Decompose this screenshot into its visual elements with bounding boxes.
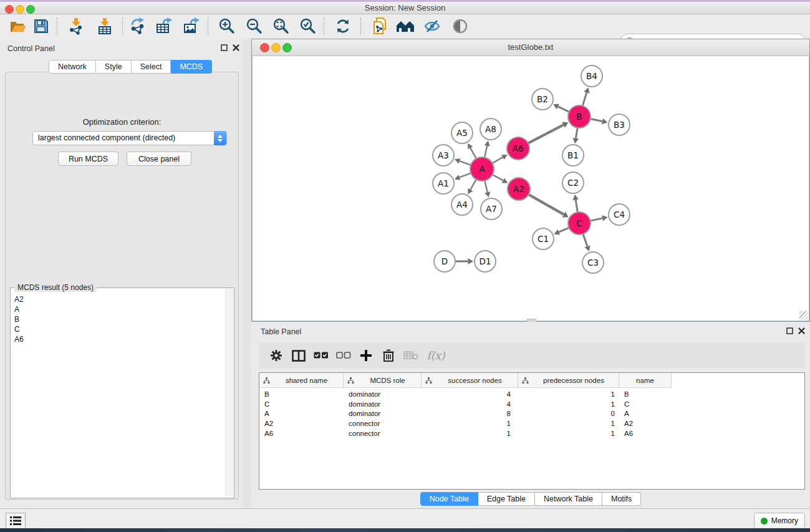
mcds-result-item[interactable]: B [14,314,24,324]
column-header-MCDS-role[interactable]: MCDS role [344,373,422,387]
edge-B-B3[interactable] [591,119,602,122]
node-label-A: A [479,164,485,174]
float-panel-icon[interactable] [221,44,228,51]
tab-network[interactable]: Network [49,60,96,74]
edge-C-C3[interactable] [583,234,587,246]
table-panel: Table Panel [251,322,810,508]
edge-B-B2[interactable] [558,107,569,112]
delete-table-icon [403,351,418,360]
import-table-button[interactable] [95,16,115,36]
function-builder-button[interactable]: f(x) [422,345,450,366]
save-session-button[interactable] [31,16,51,36]
edge-C-C1[interactable] [559,228,569,232]
network-window-titlebar[interactable]: testGlobe.txt [252,39,809,56]
edge-A-A3[interactable] [460,161,471,165]
run-mcds-button[interactable]: Run MCDS [58,152,118,166]
deselect-all-button[interactable] [332,345,355,366]
edge-A-A5[interactable] [470,148,476,158]
cell-shared_name: B [259,390,344,398]
task-history-button[interactable] [6,513,26,529]
refresh-button[interactable] [333,16,353,36]
column-header-predecessor-nodes[interactable]: predecessor nodes [518,373,619,387]
float-table-panel-icon[interactable] [786,327,793,334]
edge-A-A8[interactable] [485,146,487,158]
close-table-panel-icon[interactable] [798,327,805,334]
add-column-button[interactable] [355,345,377,366]
cell-shared_name: A [259,410,344,417]
tab-node-table[interactable]: Node Table [420,492,478,506]
split-view-button[interactable] [287,345,310,366]
cell-shared_name: A2 [259,420,344,427]
window-resize-grip[interactable] [799,311,808,320]
edge-arrow-B-B3 [602,118,607,124]
zoom-fit-button[interactable] [271,16,291,36]
column-header-shared-name[interactable]: shared name [259,373,344,387]
edge-A-A1[interactable] [460,173,471,178]
edge-A6-B[interactable] [528,125,564,143]
tab-network-table[interactable]: Network Table [535,492,602,506]
export-network-button[interactable] [128,16,148,36]
zoom-selected-button[interactable] [298,16,318,36]
edge-A2-C[interactable] [529,195,564,215]
export-table-button[interactable] [155,16,175,36]
mcds-result-list: A2ABCA6 [14,294,24,344]
column-header-name[interactable]: name [619,373,672,387]
memory-label: Memory [771,516,798,525]
edge-A-A2[interactable] [493,175,503,180]
tab-mcds[interactable]: MCDS [171,60,212,74]
cell-name: A6 [619,430,672,437]
hide-selected-button[interactable] [422,16,442,36]
table-row-A2[interactable]: A2connector11A2 [259,418,672,428]
cell-mcds_role: dominator [344,410,422,417]
mcds-result-item[interactable]: A6 [14,334,24,344]
network-canvas[interactable]: AA6A2BCA1A3A4A5A7A8B1B2B3B4C1C2C3C4DD1 [253,56,809,321]
zoom-out-button[interactable] [244,16,264,36]
close-panel-icon[interactable] [233,44,239,51]
column-header-successor-nodes[interactable]: successor nodes [422,373,518,387]
toggle-visibility-button[interactable] [450,16,470,36]
mcds-result-item[interactable]: A2 [14,294,24,304]
memory-button[interactable]: Memory [754,513,805,529]
delete-button[interactable] [377,345,400,366]
close-panel-button[interactable]: Close panel [127,152,191,166]
export-image-button[interactable] [182,16,202,36]
panel-splitter[interactable] [243,39,251,508]
import-network-button[interactable] [66,16,86,36]
tab-style[interactable]: Style [96,60,132,74]
edge-B-B1[interactable] [576,128,577,138]
mcds-result-item[interactable]: A [14,304,24,314]
delete-table-button[interactable] [400,345,422,366]
node-label-B4: B4 [586,71,597,81]
clone-network-icon [372,17,388,36]
optimization-criterion-select[interactable]: largest connected component (directed) [32,131,227,145]
mcds-result-item[interactable]: C [14,324,24,334]
select-stepper-icon [214,131,226,145]
cell-mcds_role: connector [344,430,422,437]
tab-select[interactable]: Select [132,60,171,74]
zoom-in-button[interactable] [217,16,237,36]
edge-A-A6[interactable] [493,157,503,163]
result-scrollbar[interactable] [225,289,233,496]
table-settings-button[interactable] [265,345,287,366]
table-toolbar: f(x) [259,342,805,369]
tab-edge-table[interactable]: Edge Table [478,492,535,506]
clone-network-button[interactable] [370,16,390,36]
show-all-icon [396,19,415,33]
table-row-C[interactable]: Cdominator41C [259,399,672,409]
node-label-D1: D1 [480,256,491,266]
edge-C-C2[interactable] [576,200,577,212]
edge-A-A7[interactable] [485,180,487,192]
table-row-A[interactable]: Adominator80A [259,409,672,418]
show-all-button[interactable] [395,16,415,36]
select-all-button[interactable] [310,345,332,366]
node-label-C1: C1 [538,234,549,244]
edge-C-C4[interactable] [591,218,603,221]
table-row-B[interactable]: Bdominator41B [259,389,672,399]
zoom-selected-icon [300,18,316,34]
edge-B-B4[interactable] [582,92,587,106]
edge-A-A4[interactable] [470,180,476,190]
cell-successors: 8 [422,410,518,417]
open-session-button[interactable] [8,16,28,36]
table-row-A6[interactable]: A6connector11A6 [259,428,672,438]
tab-motifs[interactable]: Motifs [602,492,641,506]
